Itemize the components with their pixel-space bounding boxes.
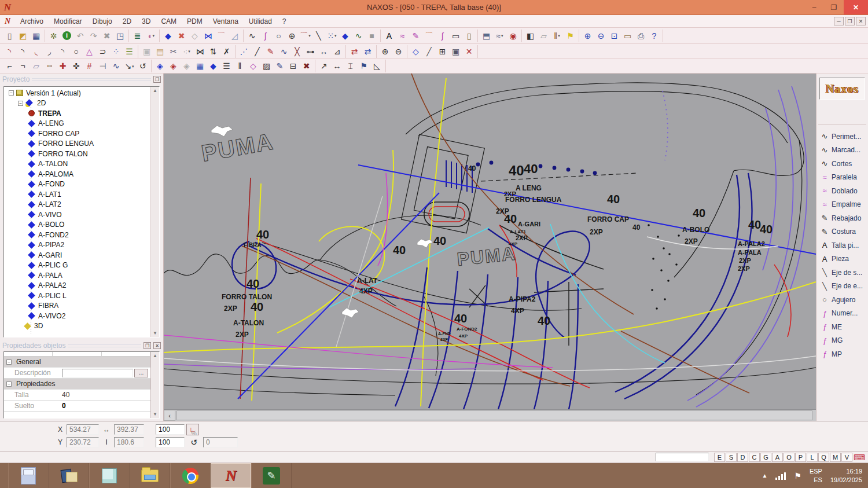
slot-icon[interactable]: ⊃ [96, 45, 109, 58]
keyboard-icon[interactable]: ⌨ [853, 453, 866, 462]
layer-letter-o[interactable]: O [784, 453, 795, 462]
taskbar-notepad[interactable] [89, 463, 130, 488]
x-value-field[interactable]: 534.27 [67, 424, 99, 435]
property-section-general[interactable]: −General [4, 357, 150, 368]
grade-icon[interactable]: ⬒ [480, 30, 493, 42]
mirror-h-icon[interactable]: ⋈ [193, 45, 207, 58]
pen-red-icon[interactable]: ✎ [264, 45, 277, 58]
tree-item-alat1[interactable]: A-LAT1 [5, 189, 150, 200]
taskbar-file-explorer[interactable] [130, 463, 170, 488]
tool-cortes[interactable]: ∿Cortes [818, 157, 867, 171]
doc-slash-icon[interactable]: ▱ [30, 60, 43, 72]
properties-panel-restore-button[interactable]: ❐ [144, 342, 151, 349]
action-center-flag-icon[interactable]: ⚑ [794, 471, 801, 480]
child-close-button[interactable]: ✕ [856, 17, 866, 25]
ruler-icon[interactable]: ▭ [621, 30, 634, 42]
collapse-icon[interactable]: − [6, 381, 12, 387]
open-folder-icon[interactable]: ◩ [16, 30, 30, 42]
child-minimize-button[interactable]: ─ [834, 17, 844, 25]
project-panel-restore-button[interactable]: ❐ [153, 76, 161, 83]
tool-numer[interactable]: ƒNumer... [818, 307, 867, 321]
info-icon[interactable]: i [60, 30, 73, 42]
properties-scrollbar[interactable]: ▲ ▼ [150, 352, 159, 418]
slope-2-icon[interactable]: ◺ [370, 60, 384, 72]
erase-red-icon[interactable]: ✕ [462, 45, 476, 58]
diam-drop-icon[interactable]: ◆ [207, 60, 220, 72]
corner-3-icon[interactable]: ◟ [30, 45, 43, 58]
spline-icon[interactable]: ʃ [259, 30, 272, 42]
expand-icon[interactable]: − [9, 90, 14, 96]
line-icon[interactable]: ╲ [312, 30, 325, 42]
tool-paralela[interactable]: ≈Paralela [818, 171, 867, 185]
join-pieces-icon[interactable]: ⋈ [201, 30, 215, 42]
tree-item-forrotalon[interactable]: FORRO TALON [5, 149, 150, 159]
tree-item-forrolengua[interactable]: FORRO LENGUA [5, 139, 150, 149]
diam-gray-icon[interactable]: ◈ [180, 60, 193, 72]
zoom-in-icon[interactable]: ⊕ [581, 30, 594, 42]
save-icon[interactable]: ▦ [30, 30, 43, 42]
layer-letter-a[interactable]: A [772, 453, 783, 462]
triangle-icon[interactable]: △ [83, 45, 96, 58]
tool-agujero[interactable]: ○Agujero [818, 293, 867, 307]
tree-item-afond2[interactable]: A-FOND2 [5, 230, 150, 240]
swap-blue-icon[interactable]: ⇄ [361, 45, 374, 58]
hash-red-icon[interactable]: # [83, 60, 96, 72]
wave-magenta-icon[interactable]: ≈ [396, 30, 409, 42]
scroll-down-icon[interactable]: ▼ [153, 412, 157, 417]
box-ruler-icon[interactable]: ⊟ [286, 60, 300, 72]
layer-letter-e[interactable]: E [714, 453, 725, 462]
child-restore-button[interactable]: ❐ [845, 17, 855, 25]
tool-pieza[interactable]: APieza [818, 252, 867, 266]
tree-item-apaloma[interactable]: A-PALOMA [5, 169, 150, 179]
wave-nodes-icon[interactable]: ∿ [352, 30, 365, 42]
rotation-value-field[interactable]: 0 [203, 437, 238, 447]
tree-item-aplicg[interactable]: A-PLIC G [5, 260, 150, 271]
language-indicator[interactable]: ESPES [810, 467, 822, 485]
tree-item-abolo[interactable]: A-BOLO [5, 220, 150, 230]
scroll-up-icon[interactable]: ▲ [153, 88, 157, 93]
scrollbar-thumb[interactable] [176, 410, 812, 420]
tree-group-3d[interactable]: 3D [5, 321, 150, 332]
wave-arrows-icon[interactable]: ≈▾ [493, 30, 506, 42]
new-diamond-icon[interactable]: ◆ [339, 30, 352, 42]
wave-icon[interactable]: ∿ [245, 30, 259, 42]
diam-line-icon[interactable]: ◇ [247, 60, 260, 72]
layer-letter-s[interactable]: S [726, 453, 737, 462]
menu-dibujo[interactable]: Dibujo [87, 16, 117, 27]
tree-item-trepa[interactable]: TREPA [5, 108, 150, 119]
points-blue-icon[interactable]: ⁘ [109, 45, 123, 58]
description-input[interactable] [62, 369, 133, 377]
arc-icon[interactable]: ⌒▾ [299, 30, 312, 42]
tool-doblado[interactable]: ≈Doblado [818, 184, 867, 198]
box-hatch-icon[interactable]: ▨ [260, 60, 273, 72]
diam-del-icon[interactable]: ◈ [167, 60, 180, 72]
lens-minus-icon[interactable]: ⊖ [392, 45, 405, 58]
print-icon[interactable]: ⎙ [634, 30, 648, 42]
i-beam-icon[interactable]: ⌶ [344, 60, 357, 72]
layer-letter-p[interactable]: P [795, 453, 806, 462]
arc-orange-icon[interactable]: ⌒ [422, 30, 436, 42]
new-file-icon[interactable]: ▯ [3, 30, 16, 42]
network-icon[interactable] [775, 472, 786, 480]
pen-icon[interactable]: ✎ [409, 30, 422, 42]
corner-4-icon[interactable]: ◞ [43, 45, 56, 58]
wave-x-icon[interactable]: ∿ [109, 60, 123, 72]
corner-1-icon[interactable]: ◝ [3, 45, 16, 58]
tool-mp[interactable]: ƒMP [818, 347, 867, 361]
tool-empalme[interactable]: ≈Empalme [818, 198, 867, 212]
fill-square-icon[interactable]: ■ [365, 30, 378, 42]
grid-plus-icon[interactable]: ⊞ [436, 45, 449, 58]
tree-item-avivo2[interactable]: A-VIVO2 [5, 311, 150, 321]
text-icon[interactable]: A [382, 30, 396, 42]
menu-ventana[interactable]: Ventana [208, 16, 244, 27]
tree-item-apala2[interactable]: A-PALA2 [5, 281, 150, 291]
close-button[interactable]: ✕ [844, 0, 868, 14]
tool-ejedes[interactable]: ╲Eje de s... [818, 266, 867, 280]
zoom-doc-icon[interactable]: ⊡ [608, 30, 621, 42]
layer-letter-l[interactable]: L [807, 453, 818, 462]
fillet-1-icon[interactable]: ⌐ [3, 60, 16, 72]
tool-perimet[interactable]: ∿Perimet... [818, 130, 867, 144]
small-wave-icon[interactable]: ∿ [277, 45, 290, 58]
taskbar-naxos[interactable]: N [211, 463, 251, 488]
tree-item-aplicl[interactable]: A-PLIC L [5, 291, 150, 301]
